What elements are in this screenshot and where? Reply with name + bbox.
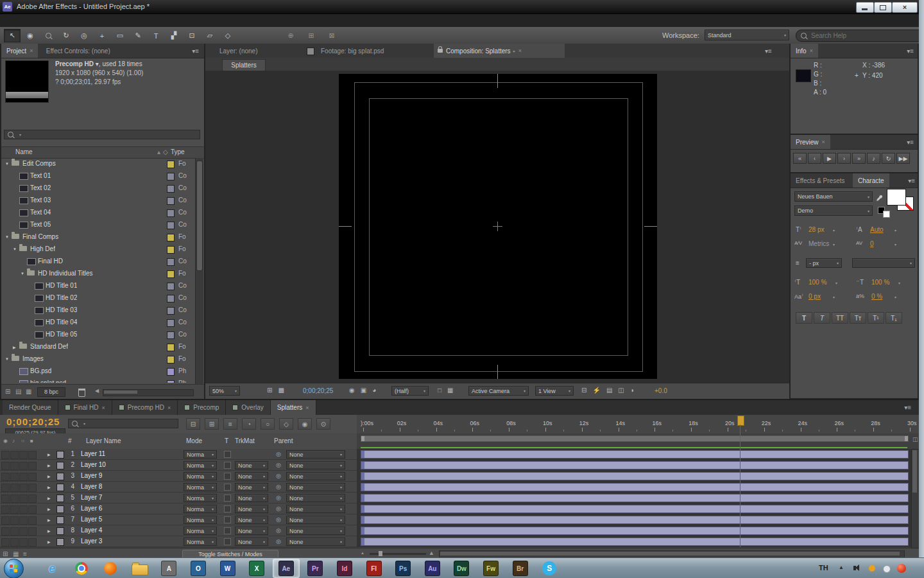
blend-mode-dropdown[interactable]: Norma▾ — [184, 538, 217, 546]
pan-behind-tool[interactable]: + — [94, 29, 110, 42]
brush-tool[interactable]: ▞ — [166, 29, 182, 42]
video-toggle[interactable] — [1, 505, 10, 514]
extra-dropdown[interactable]: ▾ — [852, 258, 915, 268]
timeline-hscrollbar-thumb[interactable] — [440, 552, 900, 556]
layer-name[interactable]: Layer 4 — [81, 527, 102, 534]
project-column-header[interactable]: Name ▴ ◇ Type — [1, 146, 204, 159]
project-item-hd-title-04[interactable]: HD Title 04Co — [1, 317, 194, 329]
play-button[interactable]: ▶ — [823, 153, 836, 164]
pixel-aspect-icon[interactable]: ⊟ — [581, 387, 586, 394]
chevron-down-icon[interactable]: ▾ — [898, 281, 900, 285]
expand-inout-icon[interactable]: ≡ — [23, 550, 27, 557]
expand-modes-icon[interactable]: ▦ — [13, 550, 19, 557]
label-color-chip[interactable] — [167, 209, 175, 217]
region-of-interest-icon[interactable]: □ — [438, 387, 441, 394]
world-axis-mode-icon[interactable]: ⊞ — [303, 29, 320, 42]
lock-toggle[interactable] — [28, 451, 37, 459]
tray-icon-orange[interactable] — [869, 565, 875, 572]
close-tab-icon[interactable]: × — [810, 48, 813, 54]
video-toggle[interactable] — [1, 462, 10, 470]
previous-frame-button[interactable]: ‹ — [808, 153, 821, 164]
lock-toggle[interactable] — [28, 484, 37, 492]
parent-pickwhip-icon[interactable]: ◎ — [276, 516, 281, 523]
parent-dropdown[interactable]: None▾ — [286, 516, 345, 524]
fast-preview-icon[interactable]: ⚡ — [592, 387, 600, 394]
tab-effect-controls[interactable]: Effect Controls: (none) — [41, 44, 116, 58]
parent-pickwhip-icon[interactable]: ◎ — [276, 505, 281, 512]
expand-layer-icon[interactable]: ▶ — [47, 539, 51, 544]
expand-layer-icon[interactable]: ▶ — [47, 529, 51, 533]
trkmat-dropdown[interactable]: None▾ — [235, 505, 268, 513]
comp-marker-bin-icon[interactable]: ◫ — [912, 436, 918, 442]
disclosure-open-icon[interactable]: ▼ — [13, 247, 17, 251]
layer-row-layer-6[interactable]: ▶6Layer 6Norma▾None▾◎None▾ — [0, 504, 357, 514]
tab-effects-presets[interactable]: Effects & Presets — [791, 173, 850, 188]
panel-menu-icon[interactable]: ▾≡ — [192, 48, 199, 55]
snapshot-icon[interactable]: ◉ — [349, 387, 355, 394]
parent-pickwhip-icon[interactable]: ◎ — [276, 473, 281, 479]
project-bit-depth[interactable]: 8 bpc — [37, 387, 65, 397]
tracking-value[interactable]: 0 — [870, 240, 874, 247]
close-tab-icon[interactable]: × — [518, 48, 522, 54]
layer-row-layer-8[interactable]: ▶4Layer 8Norma▾None▾◎None▾ — [0, 482, 357, 493]
label-color-chip[interactable] — [167, 197, 175, 205]
panel-menu-icon[interactable]: ▾≡ — [908, 177, 915, 184]
solo-toggle[interactable] — [19, 538, 28, 547]
lock-toggle[interactable] — [28, 516, 37, 525]
taskbar-audition[interactable]: Au — [419, 559, 446, 578]
layer-duration-bar[interactable] — [361, 450, 909, 459]
preserve-transparency-checkbox[interactable] — [224, 538, 231, 545]
show-snapshot-icon[interactable]: ▣ — [361, 387, 366, 394]
proportional-spacing-value[interactable]: 0 % — [871, 293, 882, 300]
start-button[interactable] — [4, 559, 24, 578]
resolution-dropdown[interactable]: (Half)▾ — [391, 386, 429, 396]
magnification-dropdown[interactable]: 50%▾ — [209, 386, 240, 396]
restore-button[interactable] — [874, 2, 892, 13]
type-tool[interactable]: T — [148, 29, 164, 42]
parent-pickwhip-icon[interactable]: ◎ — [276, 484, 281, 490]
comp-viewport[interactable] — [205, 71, 789, 383]
audio-toggle[interactable] — [10, 527, 19, 536]
taskbar-indesign[interactable]: Id — [331, 559, 358, 578]
viewer-timecode[interactable]: 0;00;20;25 — [303, 387, 333, 394]
tab-character[interactable]: Characte — [853, 173, 889, 188]
label-color-chip[interactable] — [167, 270, 175, 278]
comp-name-tab[interactable]: Splatters — [222, 59, 266, 71]
label-color-chip[interactable] — [167, 368, 175, 376]
tab-preview[interactable]: Preview× — [791, 135, 830, 149]
layer-row-layer-5[interactable]: ▶7Layer 5Norma▾None▾◎None▾ — [0, 514, 357, 525]
small-caps-button[interactable]: Tᴛ — [850, 312, 866, 324]
blend-mode-dropdown[interactable]: Norma▾ — [184, 527, 217, 535]
video-toggle[interactable] — [1, 538, 10, 547]
project-item-text-04[interactable]: Text 04Co — [1, 207, 194, 219]
lock-toggle[interactable] — [28, 473, 37, 481]
disclosure-open-icon[interactable]: ▼ — [21, 272, 24, 276]
current-time-indicator-line[interactable] — [740, 425, 740, 547]
taskbar-dreamweaver[interactable]: Dw — [448, 559, 475, 578]
taskbar-word[interactable]: W — [214, 559, 241, 578]
label-color-chip[interactable] — [167, 307, 175, 315]
layer-duration-bar[interactable] — [361, 527, 909, 535]
blend-mode-dropdown[interactable]: Norma▾ — [184, 505, 217, 513]
taskbar-after-effects[interactable]: Ae — [273, 559, 300, 578]
fill-color-swatch[interactable] — [887, 189, 906, 206]
project-item-final-hd[interactable]: Final HDCo — [1, 256, 194, 268]
layer-row-layer-10[interactable]: ▶2Layer 10Norma▾None▾◎None▾ — [0, 460, 357, 471]
layer-row-layer-4[interactable]: ▶8Layer 4Norma▾None▾◎None▾ — [0, 525, 357, 536]
preserve-transparency-checkbox[interactable] — [224, 495, 231, 502]
layer-name[interactable]: Layer 10 — [81, 461, 106, 468]
tsume-dropdown[interactable]: - px▾ — [806, 258, 842, 268]
layer-duration-bar[interactable] — [361, 483, 909, 491]
loop-button[interactable]: ↻ — [882, 153, 895, 164]
blend-mode-dropdown[interactable]: Norma▾ — [184, 472, 217, 480]
solo-toggle[interactable] — [19, 484, 28, 492]
tab-footage-viewer[interactable]: Footage: big splat.psd — [316, 44, 389, 58]
project-item-high-def[interactable]: ▼High DefFo — [1, 243, 194, 256]
preserve-transparency-checkbox[interactable] — [224, 451, 231, 458]
video-toggle[interactable] — [1, 527, 10, 536]
zoom-out-mountain-icon[interactable]: ▲ — [361, 551, 364, 555]
chevron-down-icon[interactable]: ▾ — [894, 242, 896, 247]
expand-layer-icon[interactable]: ▶ — [47, 485, 51, 489]
solo-toggle[interactable] — [19, 495, 28, 503]
font-style-dropdown[interactable]: Demo▾ — [794, 206, 873, 216]
